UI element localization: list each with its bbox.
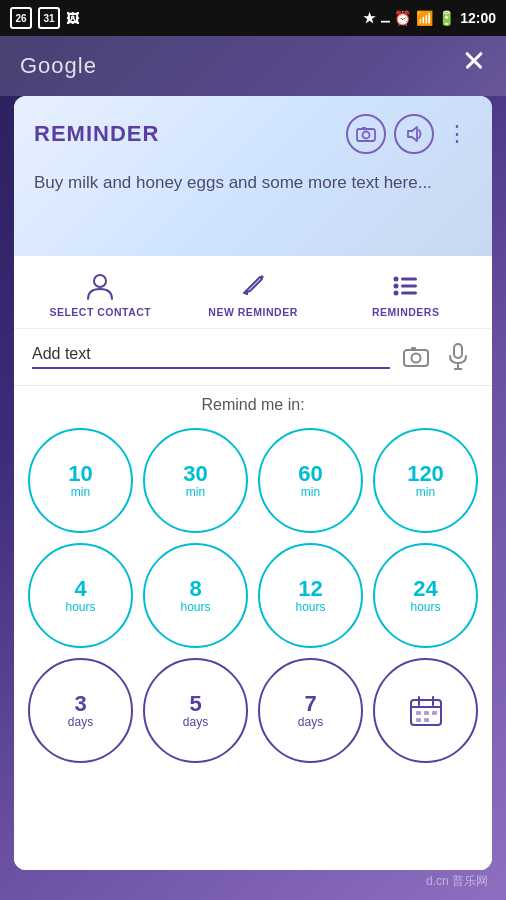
pencil-icon (237, 270, 269, 302)
time-btn-10min[interactable]: 10 min (28, 428, 133, 533)
status-right: ★ ⎽ ⏰ 📶 🔋 12:00 (363, 10, 496, 26)
status-icon-26: 26 (10, 7, 32, 29)
camera-icon (356, 126, 376, 142)
time-btn-12hours[interactable]: 12 hours (258, 543, 363, 648)
nav-bar: SELECT CONTACT NEW REMINDER (14, 256, 492, 329)
time-btn-7days[interactable]: 7 days (258, 658, 363, 763)
remind-section: Remind me in: 10 min 30 min 60 min 120 m… (14, 386, 492, 870)
time-btn-calendar[interactable] (373, 658, 478, 763)
status-icon-31: 31 (38, 7, 60, 29)
calendar-icon (409, 695, 443, 727)
svg-point-4 (94, 275, 106, 287)
header-description: Buy milk and honey eggs and some more te… (34, 170, 472, 196)
svg-rect-10 (401, 292, 417, 295)
status-left: 26 31 🖼 (10, 7, 79, 29)
time-btn-120min[interactable]: 120 min (373, 428, 478, 533)
time-btn-24hours[interactable]: 24 hours (373, 543, 478, 648)
watermark: d.cn 普乐网 (426, 873, 488, 890)
svg-rect-23 (432, 711, 437, 715)
svg-rect-22 (424, 711, 429, 715)
time-btn-30min[interactable]: 30 min (143, 428, 248, 533)
nav-item-reminders[interactable]: REMINDERS (329, 270, 482, 318)
alarm-icon: ⏰ (394, 10, 411, 26)
reminder-title: REMINDER (34, 121, 159, 147)
svg-rect-24 (416, 718, 421, 722)
camera-input-button[interactable] (400, 341, 432, 373)
svg-rect-21 (416, 711, 421, 715)
nav-label-reminders: REMINDERS (372, 306, 440, 318)
remind-label: Remind me in: (28, 396, 478, 414)
svg-rect-13 (411, 347, 416, 351)
svg-rect-25 (424, 718, 429, 722)
header-top: REMINDER ⋮ (34, 114, 472, 154)
days-grid: 3 days 5 days 7 days (28, 658, 478, 763)
battery-icon: 🔋 (438, 10, 455, 26)
header-icons: ⋮ (346, 114, 472, 154)
list-icon (390, 270, 422, 302)
time-btn-3days[interactable]: 3 days (28, 658, 133, 763)
svg-rect-8 (401, 285, 417, 288)
time-btn-5days[interactable]: 5 days (143, 658, 248, 763)
status-bar: 26 31 🖼 ★ ⎽ ⏰ 📶 🔋 12:00 (0, 0, 506, 36)
add-text-input[interactable] (32, 345, 390, 369)
google-bar: Google (0, 36, 506, 96)
status-icon-image: 🖼 (66, 11, 79, 26)
time-btn-60min[interactable]: 60 min (258, 428, 363, 533)
camera-small-icon (403, 346, 429, 368)
hours-grid: 4 hours 8 hours 12 hours 24 hours (28, 543, 478, 648)
wifi-icon: 📶 (416, 10, 433, 26)
svg-rect-14 (454, 344, 462, 358)
reminder-card: REMINDER ⋮ (14, 96, 492, 870)
nav-label-new-reminder: NEW REMINDER (208, 306, 297, 318)
minutes-grid: 10 min 30 min 60 min 120 min (28, 428, 478, 533)
svg-point-1 (363, 132, 370, 139)
bluetooth-icon: ★ (363, 10, 376, 26)
svg-rect-6 (401, 278, 417, 281)
more-options-button[interactable]: ⋮ (442, 123, 472, 145)
time-btn-8hours[interactable]: 8 hours (143, 543, 248, 648)
time-display: 12:00 (460, 10, 496, 26)
person-icon (84, 270, 116, 302)
speaker-icon (404, 125, 424, 143)
microphone-icon (447, 343, 469, 371)
svg-rect-2 (362, 127, 366, 130)
svg-point-12 (412, 354, 421, 363)
svg-point-7 (393, 284, 398, 289)
svg-rect-11 (404, 350, 428, 366)
nav-item-contact[interactable]: SELECT CONTACT (24, 270, 177, 318)
microphone-button[interactable] (442, 341, 474, 373)
svg-point-9 (393, 291, 398, 296)
speaker-button[interactable] (394, 114, 434, 154)
nav-label-contact: SELECT CONTACT (49, 306, 151, 318)
nav-item-new-reminder[interactable]: NEW REMINDER (177, 270, 330, 318)
google-logo-text: Google (20, 53, 97, 79)
time-btn-4hours[interactable]: 4 hours (28, 543, 133, 648)
svg-point-5 (393, 277, 398, 282)
signal-icon: ⎽ (381, 10, 389, 26)
svg-marker-3 (408, 127, 417, 141)
close-button[interactable] (456, 42, 492, 78)
card-header: REMINDER ⋮ (14, 96, 492, 256)
camera-button[interactable] (346, 114, 386, 154)
add-text-row (14, 329, 492, 386)
